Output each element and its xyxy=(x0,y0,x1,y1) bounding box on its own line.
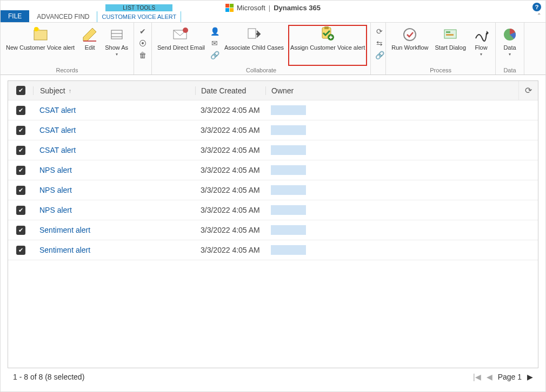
owner-cell xyxy=(265,245,538,255)
record-status: 1 - 8 of 8 (8 selected) xyxy=(13,373,84,381)
contextual-tab-group: LIST TOOLS CUSTOMER VOICE ALERT xyxy=(97,4,181,22)
table-row[interactable]: ✔NPS alert3/3/2022 4:05 AM xyxy=(8,180,538,200)
page-indicator: Page 1 xyxy=(498,373,522,381)
attach-small-icon[interactable]: 🔗 xyxy=(210,51,219,59)
refresh-grid-button[interactable]: ⟳ xyxy=(518,81,538,100)
owner-redacted xyxy=(271,125,306,135)
subject-link[interactable]: NPS alert xyxy=(39,206,72,214)
owner-cell xyxy=(265,185,538,195)
owner-cell xyxy=(265,105,538,115)
start-dialog-button[interactable]: Start Dialog xyxy=(433,25,468,66)
date-cell: 3/3/2022 4:05 AM xyxy=(195,166,265,174)
column-date-created[interactable]: Date Created xyxy=(195,86,265,95)
flow-button[interactable]: Flow ▾ xyxy=(470,25,492,66)
owner-cell xyxy=(265,145,538,155)
row-checkbox[interactable]: ✔ xyxy=(16,246,25,255)
tab-advanced-find[interactable]: ADVANCED FIND xyxy=(29,11,97,22)
assign-icon xyxy=(319,26,336,43)
subject-link[interactable]: NPS alert xyxy=(39,186,72,194)
svg-point-15 xyxy=(404,29,416,40)
new-customer-voice-alert-button[interactable]: New Customer Voice alert xyxy=(4,25,77,66)
next-page-button[interactable]: ▶ xyxy=(527,373,533,381)
new-alert-label: New Customer Voice alert xyxy=(6,44,75,51)
tab-file[interactable]: FILE xyxy=(1,10,29,22)
group-records-label: Records xyxy=(4,66,130,75)
new-record-icon xyxy=(32,26,49,43)
subject-link[interactable]: CSAT alert xyxy=(39,106,76,114)
workflow-label: Run Workflow xyxy=(391,44,428,51)
mail-small-icon[interactable]: ✉ xyxy=(210,39,219,48)
row-checkbox[interactable]: ✔ xyxy=(16,226,25,235)
tab-customer-voice-alert[interactable]: CUSTOMER VOICE ALERT xyxy=(97,11,181,22)
show-as-label: Show As xyxy=(105,44,128,51)
activate-icon[interactable]: ✔ xyxy=(138,27,147,36)
delete-icon[interactable]: 🗑 xyxy=(138,51,147,59)
date-cell: 3/3/2022 4:05 AM xyxy=(195,246,265,254)
email-icon xyxy=(172,26,190,43)
row-checkbox[interactable]: ✔ xyxy=(16,186,25,195)
row-checkbox[interactable]: ✔ xyxy=(16,206,25,215)
edit-label: Edit xyxy=(85,44,95,51)
assign-label: Assign Customer Voice alert xyxy=(290,44,365,51)
owner-redacted xyxy=(271,145,306,155)
row-checkbox[interactable]: ✔ xyxy=(16,146,25,155)
associate-label: Associate Child Cases xyxy=(224,44,284,51)
column-owner[interactable]: Owner xyxy=(265,86,518,95)
svg-point-11 xyxy=(256,32,259,36)
link-small-icon[interactable]: 🔗 xyxy=(375,51,384,59)
chevron-down-icon: ▾ xyxy=(480,52,482,57)
associate-child-cases-button[interactable]: Associate Child Cases xyxy=(222,25,286,66)
table-row[interactable]: ✔CSAT alert3/3/2022 4:05 AM xyxy=(8,140,538,160)
owner-cell xyxy=(265,205,538,215)
select-all-checkbox[interactable]: ✔ xyxy=(16,86,25,95)
subject-link[interactable]: NPS alert xyxy=(39,166,72,174)
table-row[interactable]: ✔NPS alert3/3/2022 4:05 AM xyxy=(8,200,538,220)
deactivate-icon[interactable]: ⦿ xyxy=(138,39,147,48)
row-checkbox[interactable]: ✔ xyxy=(16,166,25,175)
prev-page-button[interactable]: ◀ xyxy=(487,373,492,381)
collapse-ribbon-icon[interactable]: ⌃ xyxy=(537,12,541,18)
share-small-icon[interactable]: ⇆ xyxy=(375,39,384,48)
svg-marker-19 xyxy=(487,31,489,35)
grid-body: ✔CSAT alert3/3/2022 4:05 AM✔CSAT alert3/… xyxy=(8,100,538,368)
data-button[interactable]: Data ▾ xyxy=(499,25,521,66)
owner-cell xyxy=(265,225,538,235)
table-row[interactable]: ✔CSAT alert3/3/2022 4:05 AM xyxy=(8,100,538,120)
subject-link[interactable]: Sentiment alert xyxy=(39,226,90,234)
subject-link[interactable]: Sentiment alert xyxy=(39,246,90,254)
edit-button[interactable]: Edit xyxy=(79,25,101,66)
assign-customer-voice-alert-button[interactable]: Assign Customer Voice alert xyxy=(288,25,367,66)
table-row[interactable]: ✔NPS alert3/3/2022 4:05 AM xyxy=(8,160,538,180)
flow-label: Flow xyxy=(475,44,487,51)
grid-container: ✔ Subject ↑ Date Created Owner ⟳ ✔CSAT a… xyxy=(8,80,538,368)
run-workflow-button[interactable]: Run Workflow xyxy=(389,25,430,66)
svg-rect-17 xyxy=(446,31,450,33)
table-row[interactable]: ✔Sentiment alert3/3/2022 4:05 AM xyxy=(8,240,538,260)
subject-link[interactable]: CSAT alert xyxy=(39,146,76,154)
svg-marker-3 xyxy=(83,28,96,41)
help-icon[interactable]: ? xyxy=(532,3,541,11)
owner-redacted xyxy=(271,185,306,195)
svg-rect-10 xyxy=(248,29,256,38)
group-process-label: Process xyxy=(389,66,492,75)
sort-ascending-icon: ↑ xyxy=(69,87,72,94)
add-user-small-icon[interactable]: 👤 xyxy=(210,27,219,36)
svg-point-9 xyxy=(183,28,188,33)
table-row[interactable]: ✔Sentiment alert3/3/2022 4:05 AM xyxy=(8,220,538,240)
show-as-icon xyxy=(108,26,125,43)
date-cell: 3/3/2022 4:05 AM xyxy=(195,146,265,154)
row-checkbox[interactable]: ✔ xyxy=(16,126,25,135)
owner-cell xyxy=(265,165,538,175)
owner-redacted xyxy=(271,225,306,235)
send-direct-email-button[interactable]: Send Direct Email xyxy=(155,25,207,66)
svg-rect-18 xyxy=(446,34,454,36)
date-cell: 3/3/2022 4:05 AM xyxy=(195,106,265,114)
table-row[interactable]: ✔CSAT alert3/3/2022 4:05 AM xyxy=(8,120,538,140)
row-checkbox[interactable]: ✔ xyxy=(16,106,25,115)
subject-link[interactable]: CSAT alert xyxy=(39,126,76,134)
brand-title: Microsoft | Dynamics 365 xyxy=(225,4,321,12)
show-as-button[interactable]: Show As ▾ xyxy=(103,25,130,66)
first-page-button[interactable]: |◀ xyxy=(473,373,481,381)
refresh-small-icon[interactable]: ⟳ xyxy=(375,27,384,36)
column-subject[interactable]: Subject ↑ xyxy=(33,86,195,95)
